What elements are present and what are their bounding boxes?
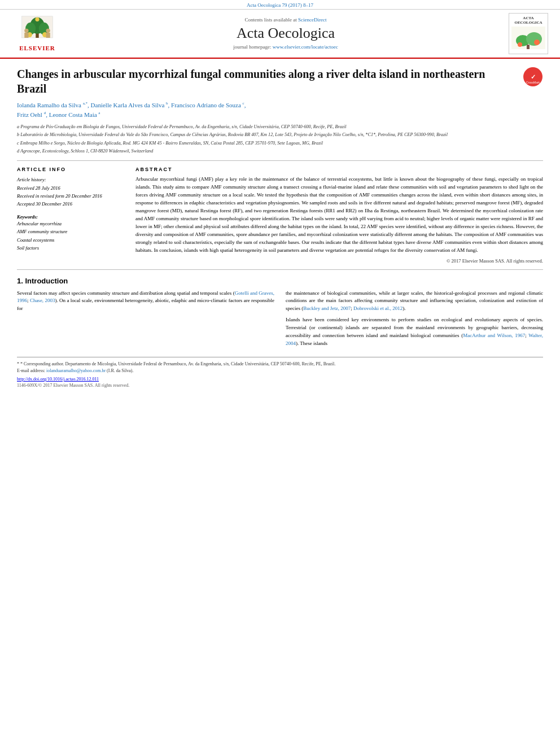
abstract-text: Arbuscular mycorrhizal fungi (AMF) play … — [135, 176, 543, 254]
affiliation-a: a Programa de Pós-Graduação em Biologia … — [17, 124, 543, 130]
chase-link[interactable]: Chase, 2003 — [30, 298, 55, 303]
keyword-3: Coastal ecosystems — [17, 236, 124, 244]
science-direct-url[interactable]: ScienceDirect — [298, 17, 326, 23]
email-link[interactable]: iolanduaramalho@yahoo.com.br — [46, 368, 106, 373]
doi-line: http://dx.doi.org/10.1016/j.actao.2016.1… — [17, 377, 543, 382]
keyword-1: Arbuscular mycorrhiza — [17, 220, 124, 228]
authors: Iolanda Ramalho da Silva a,*, Danielle K… — [17, 101, 543, 120]
author-iolanda: Iolanda Ramalho da Silva a,*, — [17, 102, 89, 108]
svg-point-14 — [526, 32, 542, 46]
svg-point-7 — [35, 18, 39, 21]
received-revised: Received in revised form 20 December 201… — [17, 192, 124, 200]
svg-rect-17 — [527, 45, 530, 49]
footnote-star: * * Corresponding author. Departamento d… — [17, 361, 543, 368]
author-leonor: Leonor Costa Maia a — [49, 111, 100, 118]
author-fritz: Fritz Oehl d, — [17, 111, 47, 118]
keywords-list: Arbuscular mycorrhiza AMF community stru… — [17, 220, 124, 252]
intro-right: the maintenance of biological communitie… — [286, 290, 543, 352]
journal-center: Contents lists available at ScienceDirec… — [65, 17, 506, 50]
intro-para-1: Several factors may affect species commu… — [17, 290, 274, 313]
homepage-url[interactable]: www.elsevier.com/locate/actoec — [273, 44, 338, 50]
abstract-column: ABSTRACT Arbuscular mycorrhizal fungi (A… — [135, 167, 543, 263]
keywords-label: Keywords: — [17, 214, 124, 220]
intro-two-col: Several factors may affect species commu… — [17, 290, 543, 352]
copyright: © 2017 Elsevier Masson SAS. All rights r… — [135, 258, 543, 264]
footnote-section: * * Corresponding author. Departamento d… — [17, 357, 543, 388]
svg-rect-11 — [24, 33, 28, 38]
issn-line: 1146-609X/© 2017 Elsevier Masson SAS. Al… — [17, 383, 543, 388]
article-history: Article history: Received 28 July 2016 R… — [17, 176, 124, 208]
svg-text:✓: ✓ — [531, 73, 536, 80]
svg-point-10 — [24, 29, 28, 33]
acta-graphic-icon — [511, 27, 545, 49]
journal-title: Acta Oecologica — [65, 25, 506, 42]
accepted-date: Accepted 30 December 2016 — [17, 200, 124, 208]
article-title: Changes in arbuscular mycorrhizal fungal… — [17, 67, 517, 96]
journal-reference: Acta Oecologica 79 (2017) 8–17 — [0, 0, 560, 10]
article-title-section: Changes in arbuscular mycorrhizal fungal… — [17, 67, 543, 96]
svg-point-15 — [518, 42, 522, 47]
article-info-abstract: ARTICLE INFO Article history: Received 2… — [17, 167, 543, 263]
gotelli-link[interactable]: Gotelli and Graves, 1996 — [17, 290, 274, 304]
journal-header: ELSEVIER Contents lists available at Sci… — [0, 10, 560, 59]
intro-left: Several factors may affect species commu… — [17, 290, 274, 352]
article-info-label: ARTICLE INFO — [17, 167, 124, 172]
acta-logo-text: ACTAOECOLOGICA — [511, 16, 545, 25]
acta-logo: ACTAOECOLOGICA — [506, 13, 551, 54]
divider-2 — [17, 269, 543, 270]
intro-heading: 1. Introduction — [17, 277, 543, 285]
article-info-column: ARTICLE INFO Article history: Received 2… — [17, 167, 124, 263]
keyword-4: Soil factors — [17, 244, 124, 252]
doi-link[interactable]: http://dx.doi.org/10.1016/j.actao.2016.1… — [17, 377, 99, 382]
svg-rect-9 — [46, 33, 50, 38]
author-francisco: Francisco Adriano de Souza c, — [171, 102, 246, 108]
svg-point-8 — [46, 29, 50, 33]
svg-text:CrossMark: CrossMark — [526, 81, 540, 84]
affiliation-d: d Agroscope, Ecotoxicology, Schloss 1, C… — [17, 148, 543, 155]
main-content: Changes in arbuscular mycorrhizal fungal… — [0, 59, 560, 394]
footnote-email: E-mail address: iolanduaramalho@yahoo.co… — [17, 368, 543, 374]
history-label: Article history: — [17, 176, 124, 184]
elsevier-logo: ELSEVIER — [9, 15, 65, 51]
science-direct-link: Contents lists available at ScienceDirec… — [65, 17, 506, 23]
intro-para-2: the maintenance of biological communitie… — [286, 290, 543, 313]
dobrovolski-link[interactable]: Dobrovolski et al., 2012 — [353, 305, 403, 311]
keyword-2: AMF community structure — [17, 228, 124, 235]
crossmark-icon: ✓ CrossMark — [523, 67, 543, 87]
elsevier-tree-icon — [18, 15, 57, 43]
received-date: Received 28 July 2016 — [17, 184, 124, 192]
svg-point-16 — [534, 40, 540, 45]
journal-homepage: journal homepage: www.elsevier.com/locat… — [65, 44, 506, 50]
buckley-link[interactable]: Buckley and Jetz, 2007 — [303, 305, 351, 311]
author-danielle: Danielle Karla Alves da Silva b, — [91, 102, 170, 108]
macarthur-link[interactable]: MacArthur and Wilson, 1967 — [463, 333, 525, 338]
abstract-label: ABSTRACT — [135, 167, 543, 172]
introduction-section: 1. Introduction Several factors may affe… — [17, 277, 543, 352]
affiliation-c: c Embrapa Milho e Sorgo, Núcleo de Biolo… — [17, 140, 543, 147]
affiliation-b: b Laboratório de Microbiologia, Universi… — [17, 132, 543, 138]
divider-1 — [17, 160, 543, 161]
intro-para-3: Islands have been considered key environ… — [286, 316, 543, 348]
keywords-section: Keywords: Arbuscular mycorrhiza AMF comm… — [17, 214, 124, 252]
elsevier-label: ELSEVIER — [19, 45, 55, 51]
